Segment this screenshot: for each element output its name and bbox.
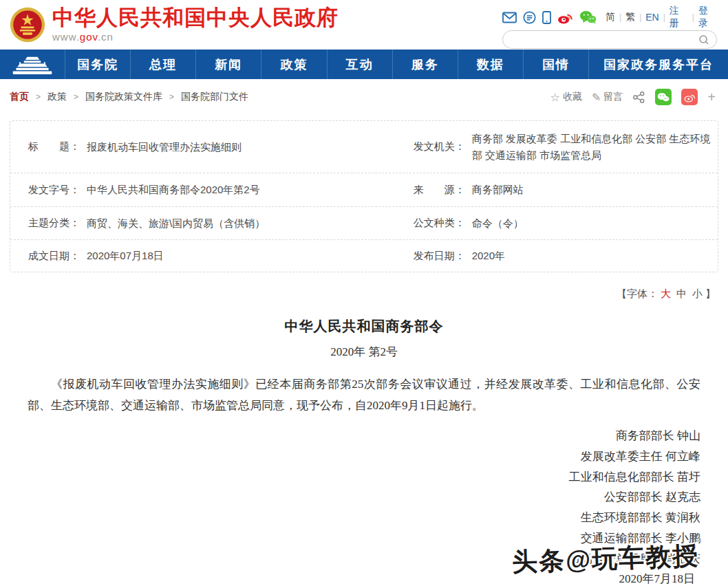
- mobile-icon[interactable]: [542, 11, 551, 24]
- meta-cell-publish-date: 发布日期： 2020年: [407, 240, 718, 272]
- watermark: 头条@玩车教授: [511, 539, 700, 579]
- nav-item-zongli[interactable]: 总理: [130, 50, 195, 79]
- document-meta-table: 标 题： 报废机动车回收管理办法实施细则 发文机关： 商务部 发展改革委 工业和…: [10, 120, 718, 272]
- message-icon[interactable]: [523, 11, 536, 24]
- nav-item-service-platform[interactable]: 国家政务服务平台: [588, 50, 728, 79]
- lang-separator: |: [663, 12, 665, 22]
- meta-label-doc-type: 公文种类：: [414, 217, 465, 230]
- search-icon[interactable]: [698, 34, 709, 45]
- breadcrumb-policy-library[interactable]: 国务院政策文件库: [85, 91, 162, 103]
- lang-separator: |: [619, 12, 621, 22]
- share-wechat-button[interactable]: [655, 89, 672, 105]
- share-button[interactable]: [632, 91, 645, 104]
- meta-cell-doc-number: 发文字号： 中华人民共和国商务部令2020年第2号: [10, 173, 407, 206]
- star-icon: ☆: [550, 91, 560, 104]
- meta-label-doc-number: 发文字号：: [28, 184, 80, 197]
- wechat-icon[interactable]: [579, 10, 597, 24]
- signature-miit: 工业和信息化部部长 苗圩: [0, 467, 700, 488]
- nav-item-fuwu[interactable]: 服务: [392, 50, 458, 79]
- weibo-icon[interactable]: [557, 11, 573, 24]
- breadcrumb-separator: >: [36, 92, 41, 102]
- lang-separator: |: [692, 12, 694, 22]
- document-title: 中华人民共和国商务部令: [0, 317, 728, 336]
- signature-mofcom: 商务部部长 钟山: [0, 426, 700, 446]
- meta-label-category: 主题分类：: [28, 217, 80, 230]
- nav-item-guowuyuan[interactable]: 国务院: [65, 50, 130, 79]
- header-right: 简 | 繁 | EN | 注册 | 登录: [502, 6, 717, 49]
- meta-label-written-date: 成文日期：: [28, 250, 80, 263]
- login-link[interactable]: 登录: [698, 5, 717, 30]
- font-size-control: 【字体：大中小】: [0, 287, 728, 301]
- font-size-suffix: 】: [705, 287, 716, 299]
- site-url-www: www.: [52, 31, 80, 43]
- signature-ndrc: 发展改革委主任 何立峰: [0, 446, 700, 467]
- comment-button[interactable]: ✎留言: [592, 91, 623, 104]
- favorite-label: 收藏: [563, 91, 582, 103]
- meta-label-issuing-agency: 发文机关：: [414, 140, 465, 153]
- meta-row-category-type: 主题分类： 商贸、海关、旅游\国内贸易（含供销） 公文种类： 命令（令）: [10, 207, 718, 240]
- gov-cn-page: 中华人民共和国中央人民政府 www.gov.cn: [0, 0, 728, 586]
- lang-links: 简 | 繁 | EN | 注册 | 登录: [606, 5, 717, 30]
- meta-value-written-date: 2020年07月18日: [87, 248, 164, 264]
- lang-simplified[interactable]: 简: [606, 11, 615, 23]
- wechat-share-icon: [657, 92, 670, 102]
- page-tools: ☆收藏 ✎留言 +: [550, 89, 716, 105]
- meta-row-title-agency: 标 题： 报废机动车回收管理办法实施细则 发文机关： 商务部 发展改革委 工业和…: [10, 121, 718, 173]
- register-link[interactable]: 注册: [670, 5, 688, 30]
- nav-item-guoqing[interactable]: 国情: [523, 50, 588, 79]
- site-title: 中华人民共和国中央人民政府: [52, 6, 339, 30]
- weibo-share-icon: [684, 92, 696, 102]
- main-nav: 国务院 总理 新闻 政策 互动 服务 数据 国情 国家政务服务平台: [0, 50, 728, 79]
- tiananmen-icon[interactable]: [0, 50, 65, 79]
- meta-row-docnumber-source: 发文字号： 中华人民共和国商务部令2020年第2号 来 源： 商务部网站: [10, 173, 718, 207]
- comment-label: 留言: [603, 91, 623, 103]
- meta-cell-written-date: 成文日期： 2020年07月18日: [10, 240, 407, 272]
- share-weibo-button[interactable]: [681, 89, 698, 105]
- breadcrumb-zhengce[interactable]: 政策: [47, 91, 67, 103]
- lang-traditional[interactable]: 繁: [625, 11, 635, 23]
- document-body-text: 《报废机动车回收管理办法实施细则》已经本届商务部第25次部务会议审议通过，并经发…: [28, 373, 700, 416]
- site-url-cn: .cn: [98, 31, 114, 43]
- meta-value-source: 商务部网站: [472, 182, 524, 198]
- mail-icon[interactable]: [502, 12, 517, 23]
- signature-mps: 公安部部长 赵克志: [0, 487, 700, 508]
- header-icon-row: 简 | 繁 | EN | 注册 | 登录: [502, 10, 717, 25]
- breadcrumb-separator: >: [74, 92, 78, 102]
- nav-item-shuju[interactable]: 数据: [458, 50, 523, 79]
- nav-item-xinwen[interactable]: 新闻: [195, 50, 261, 79]
- meta-cell-category: 主题分类： 商贸、海关、旅游\国内贸易（含供销）: [10, 207, 407, 239]
- meta-cell-doc-type: 公文种类： 命令（令）: [407, 207, 718, 239]
- more-tools-button[interactable]: +: [707, 90, 716, 104]
- signature-mee: 生态环境部部长 黄润秋: [0, 508, 700, 528]
- national-emblem-icon: [10, 7, 45, 43]
- meta-row-dates: 成文日期： 2020年07月18日 发布日期： 2020年: [10, 240, 718, 272]
- font-size-medium-button[interactable]: 中: [676, 287, 687, 299]
- meta-value-category: 商贸、海关、旅游\国内贸易（含供销）: [87, 215, 265, 232]
- favorite-button[interactable]: ☆收藏: [550, 91, 582, 104]
- meta-cell-source: 来 源： 商务部网站: [407, 173, 718, 206]
- search-input[interactable]: [511, 33, 698, 47]
- nav-item-hudong[interactable]: 互动: [327, 50, 392, 79]
- breadcrumb: 首页 > 政策 > 国务院政策文件库 > 国务院部门文件: [10, 91, 248, 103]
- share-icon: [632, 91, 645, 104]
- site-url-gov: gov: [80, 31, 98, 43]
- font-size-small-button[interactable]: 小: [692, 287, 703, 299]
- meta-value-doc-type: 命令（令）: [472, 215, 524, 232]
- site-url[interactable]: www.gov.cn: [52, 31, 339, 43]
- font-size-prefix: 【字体：: [617, 287, 658, 299]
- meta-cell-issuing-agency: 发文机关： 商务部 发展改革委 工业和信息化部 公安部 生态环境部 交通运输部 …: [407, 121, 718, 173]
- search-bar: [502, 30, 717, 49]
- breadcrumb-bar: 首页 > 政策 > 国务院政策文件库 > 国务院部门文件 ☆收藏 ✎留言 +: [0, 79, 728, 109]
- breadcrumb-department-docs[interactable]: 国务院部门文件: [181, 91, 248, 103]
- lang-english[interactable]: EN: [645, 12, 659, 23]
- meta-value-publish-date: 2020年: [472, 248, 505, 264]
- meta-value-title: 报废机动车回收管理办法实施细则: [87, 139, 242, 155]
- meta-value-issuing-agency: 商务部 发展改革委 工业和信息化部 公安部 生态环境部 交通运输部 市场监管总局: [472, 131, 711, 164]
- nav-item-zhengce[interactable]: 政策: [261, 50, 326, 79]
- breadcrumb-home[interactable]: 首页: [10, 91, 29, 103]
- site-logo[interactable]: 中华人民共和国中央人民政府 www.gov.cn: [10, 6, 339, 43]
- font-size-large-button[interactable]: 大: [661, 287, 671, 299]
- meta-label-source: 来 源：: [414, 184, 465, 197]
- breadcrumb-separator: >: [169, 92, 174, 102]
- lang-separator: |: [639, 12, 641, 22]
